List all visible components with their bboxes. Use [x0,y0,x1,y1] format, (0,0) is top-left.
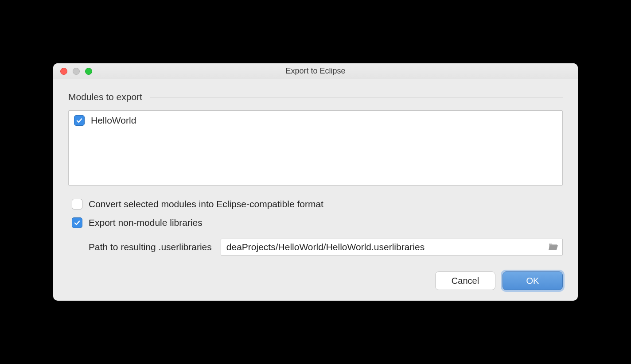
window-title: Export to Eclipse [53,66,578,76]
path-input[interactable] [226,242,545,252]
close-window-button[interactable] [60,68,67,75]
exportlibs-label: Export non-module libraries [89,217,203,228]
cancel-button-label: Cancel [452,276,479,286]
traffic-lights [53,68,92,75]
section-heading: Modules to export [68,92,142,102]
path-row: Path to resulting .userlibraries [89,239,563,256]
option-exportlibs-row: Export non-module libraries [72,217,563,228]
check-icon [74,219,81,226]
path-label: Path to resulting .userlibraries [89,242,212,252]
folder-open-icon[interactable] [548,242,559,252]
ok-button-label: OK [526,276,539,286]
option-convert-row: Convert selected modules into Eclipse-co… [72,199,563,209]
path-field [221,239,563,256]
module-item[interactable]: HelloWorld [74,115,557,126]
convert-checkbox[interactable] [72,199,82,209]
dialog-window: Export to Eclipse Modules to export Hell… [53,63,578,301]
module-list[interactable]: HelloWorld [68,110,563,186]
section-divider [150,97,563,97]
module-checkbox[interactable] [74,115,85,126]
cancel-button[interactable]: Cancel [435,271,495,290]
titlebar: Export to Eclipse [53,63,578,79]
options-group: Convert selected modules into Eclipse-co… [68,199,563,256]
section-header: Modules to export [68,92,563,102]
zoom-window-button[interactable] [85,68,92,75]
dialog-content: Modules to export HelloWorld Convert sel… [53,79,578,301]
exportlibs-checkbox[interactable] [72,217,82,228]
minimize-window-button[interactable] [73,68,80,75]
ok-button[interactable]: OK [502,271,563,290]
button-row: Cancel OK [68,271,563,290]
check-icon [76,117,83,124]
convert-label: Convert selected modules into Eclipse-co… [89,199,323,209]
module-name: HelloWorld [91,115,136,126]
